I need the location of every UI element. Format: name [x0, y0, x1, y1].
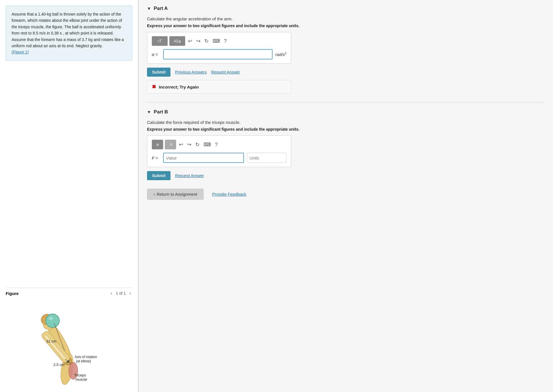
figure-pagination: 1 of 1	[116, 291, 126, 296]
toolbar-b-help-btn[interactable]: ?	[214, 141, 219, 148]
bottom-actions: ‹ Return to Assignment Provide Feedback	[147, 189, 545, 200]
part-a-unit: rad/s2	[275, 52, 286, 57]
figure-title: Figure	[6, 291, 19, 296]
toolbar-refresh-btn[interactable]: ↻	[203, 37, 210, 45]
return-to-assignment-button[interactable]: ‹ Return to Assignment	[147, 189, 204, 200]
part-b-description: Calculate the force required of the tric…	[147, 120, 545, 125]
toolbar-keyboard-btn[interactable]: ⌨	[211, 37, 221, 45]
figure-nav: ‹ 1 of 1 ›	[109, 290, 132, 296]
svg-text:muscle: muscle	[75, 377, 87, 382]
arm-diagram-svg: 31 cm 2.5 cm Axis of rotation (at elbow)…	[24, 301, 114, 386]
problem-text-content: Assume that a 1.40-kg ball is thrown sol…	[12, 12, 124, 48]
svg-point-9	[49, 317, 53, 320]
part-b-action-row: Submit Request Answer	[147, 171, 545, 180]
part-a-incorrect-box: ✖ Incorrect; Try Again	[147, 80, 291, 94]
toolbar-b-matrix-btn[interactable]: ⊞	[152, 140, 163, 149]
part-a-input-row: α = rad/s2	[152, 49, 286, 59]
incorrect-text: Incorrect; Try Again	[159, 85, 199, 89]
part-a-label: Part A	[154, 6, 168, 11]
figure-next-button[interactable]: ›	[128, 290, 132, 296]
figure-image: 31 cm 2.5 cm Axis of rotation (at elbow)…	[6, 299, 132, 389]
toolbar-help-btn[interactable]: ?	[223, 38, 228, 45]
toolbar-b-redo-btn[interactable]: ↪	[186, 141, 193, 148]
part-a-input[interactable]	[163, 49, 273, 59]
part-b-input-row: F =	[152, 153, 286, 163]
part-a-answer-box: √Γ ΑΣφ ↩ ↪ ↻ ⌨ ? α = rad/s2	[147, 32, 291, 64]
right-panel: ▼ Part A Calculate the angular accelerat…	[139, 0, 553, 392]
part-b-submit-button[interactable]: Submit	[147, 171, 170, 180]
figure-prev-button[interactable]: ‹	[109, 290, 113, 296]
part-b-toolbar: ⊞ ,,Å ↩ ↪ ↻ ⌨ ?	[152, 140, 286, 149]
part-a-action-row: Submit Previous Answers Request Answer	[147, 68, 545, 77]
part-b-answer-box: ⊞ ,,Å ↩ ↪ ↻ ⌨ ? F =	[147, 135, 291, 167]
toolbar-b-text-btn[interactable]: ,,Å	[165, 140, 176, 149]
part-a-instruction: Express your answer to two significant f…	[147, 23, 545, 28]
part-b-input-label: F =	[152, 156, 160, 160]
svg-text:31 cm: 31 cm	[46, 339, 56, 343]
parts-divider	[147, 102, 545, 102]
part-b-label: Part B	[154, 109, 168, 115]
part-b-collapse-arrow[interactable]: ▼	[147, 110, 151, 114]
svg-text:Triceps: Triceps	[74, 373, 86, 377]
part-a-collapse-arrow[interactable]: ▼	[147, 6, 151, 11]
problem-text: Assume that a 1.40-kg ball is thrown sol…	[6, 6, 132, 61]
part-a-toolbar: √Γ ΑΣφ ↩ ↪ ↻ ⌨ ?	[152, 36, 286, 46]
part-a-header: ▼ Part A	[147, 6, 545, 11]
figure-header: Figure ‹ 1 of 1 ›	[6, 288, 132, 299]
part-b-instruction: Express your answer to two significant f…	[147, 127, 545, 132]
toolbar-undo-btn[interactable]: ↩	[187, 37, 193, 45]
part-b-section: ▼ Part B Calculate the force required of…	[147, 109, 545, 180]
return-arrow-icon: ‹	[154, 192, 155, 197]
part-a-request-answer-button[interactable]: Request Answer	[211, 70, 240, 74]
toolbar-symbol-btn[interactable]: ΑΣφ	[169, 36, 185, 46]
return-label: Return to Assignment	[157, 192, 197, 197]
part-b-units-input[interactable]	[247, 153, 286, 163]
figure-section: Figure ‹ 1 of 1 ›	[0, 288, 138, 392]
svg-point-8	[46, 314, 59, 328]
toolbar-b-refresh-btn[interactable]: ↻	[194, 141, 201, 148]
toolbar-redo-btn[interactable]: ↪	[195, 37, 202, 45]
part-a-input-label: α =	[152, 52, 160, 57]
part-a-description: Calculate the angular acceleration of th…	[147, 16, 545, 21]
toolbar-b-keyboard-btn[interactable]: ⌨	[202, 141, 212, 148]
part-b-request-answer-button[interactable]: Request Answer	[175, 173, 204, 178]
part-a-previous-answers-button[interactable]: Previous Answers	[175, 70, 206, 74]
toolbar-sqrt-btn[interactable]: √Γ	[152, 36, 168, 46]
svg-text:2.5 cm: 2.5 cm	[53, 363, 64, 367]
left-panel: Assume that a 1.40-kg ball is thrown sol…	[0, 0, 139, 392]
provide-feedback-button[interactable]: Provide Feedback	[212, 192, 246, 197]
svg-text:(at elbow): (at elbow)	[76, 359, 91, 363]
toolbar-b-undo-btn[interactable]: ↩	[178, 141, 184, 148]
part-b-header: ▼ Part B	[147, 109, 545, 115]
part-b-value-input[interactable]	[163, 153, 244, 163]
part-a-submit-button[interactable]: Submit	[147, 68, 170, 77]
incorrect-x-icon: ✖	[152, 84, 156, 90]
svg-text:Axis of rotation: Axis of rotation	[75, 355, 97, 359]
figure-link[interactable]: (Figure 1)	[12, 50, 29, 54]
part-a-section: ▼ Part A Calculate the angular accelerat…	[147, 6, 545, 94]
